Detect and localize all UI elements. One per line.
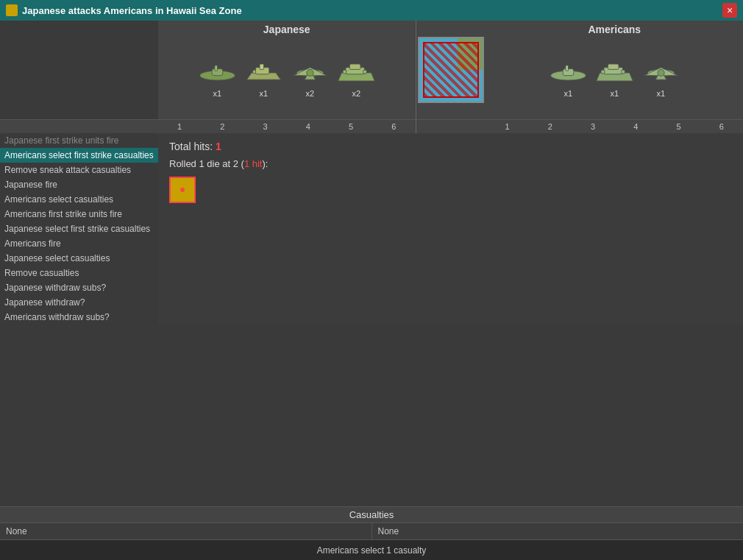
american-col-5: 5 [658,120,700,133]
svg-rect-23 [621,70,625,74]
map-sea [419,38,483,102]
step-japanese-first-strike[interactable]: Japanese first strike units fire [0,133,158,148]
american-unit-fighter: x1 [641,60,681,98]
americans-label: Americans [486,21,744,38]
step-americans-first-strike-fire[interactable]: Americans first strike units fire [0,207,158,221]
total-hits-value: 1 [216,141,221,152]
american-sub-count: x1 [564,89,572,98]
japanese-label: Japanese [158,21,416,38]
japanese-numbers: 1 2 3 4 5 6 [158,120,416,133]
japanese-col-4: 4 [287,120,330,133]
casualties-japanese: None [0,522,372,539]
step-remove-sneak-attack[interactable]: Remove sneak attack casualties [0,163,158,177]
japanese-col-5: 5 [330,120,372,133]
american-sub-icon [548,60,589,85]
title-bar-left: Japanese attacks Americans in Hawaii Sea… [6,4,242,16]
japanese-unit-destroyer: x1 [243,60,284,98]
step-remove-casualties[interactable]: Remove casualties [0,266,158,280]
japanese-fighter-icon [290,60,330,85]
japanese-col-3: 3 [244,120,287,133]
step-americans-fire[interactable]: Americans fire [0,236,158,251]
number-row: 1 2 3 4 5 6 1 2 3 4 5 6 [0,120,743,133]
japanese-unit-submarine: x1 [197,60,238,98]
americans-units-row: x1 x1 [486,38,744,119]
svg-rect-6 [253,70,256,74]
svg-rect-21 [608,64,619,69]
step-americans-select-casualties[interactable]: Americans select casualties [0,192,158,207]
svg-point-27 [658,69,664,76]
svg-rect-15 [363,70,366,74]
casualties-header: Casualties [0,506,743,522]
content-area: Japanese first strike units fire America… [0,133,743,325]
american-col-2: 2 [529,120,572,133]
roll-label: Rolled 1 die at 2 ( [169,158,244,169]
total-hits-label: Total hits: [169,141,213,152]
american-fighter-img [641,60,681,88]
casualties-section: Casualties None None [0,506,743,539]
sidebar-spacer [0,21,158,119]
american-fighter-count: x1 [656,89,665,98]
roll-info-line: Rolled 1 die at 2 (1 hit): [169,158,732,169]
american-battleship-img [594,60,635,88]
american-unit-submarine: x1 [548,60,589,98]
results-panel: Total hits: 1 Rolled 1 die at 2 (1 hit): [158,133,743,325]
casualties-americans: None [372,522,744,539]
casualties-row: None None [0,522,743,539]
step-japanese-select-first-strike[interactable]: Japanese select first strike casualties [0,221,158,236]
japanese-destroyer-img [243,60,284,88]
map-number-spacer [416,120,486,133]
american-col-1: 1 [486,120,529,133]
japanese-destroyer-icon [243,60,284,85]
step-japanese-withdraw[interactable]: Japanese withdraw? [0,295,158,310]
american-battleship-count: x1 [610,89,619,98]
american-unit-battleship: x1 [594,60,635,98]
step-japanese-withdraw-subs[interactable]: Japanese withdraw subs? [0,280,158,295]
die-dot [180,188,185,192]
americans-units-section: Americans x1 [486,21,744,119]
japanese-sub-count: x1 [213,89,221,98]
japanese-sub-icon [197,60,238,85]
step-americans-withdraw-subs[interactable]: Americans withdraw subs? [0,310,158,325]
japanese-battleship-count: x2 [352,89,360,98]
step-japanese-select-casualties[interactable]: Japanese select casualties [0,251,158,266]
units-row: Japanese x1 [0,21,743,120]
app-icon [6,4,18,16]
roll-suffix: ): [262,158,268,169]
svg-rect-14 [343,70,346,74]
title-bar: Japanese attacks Americans in Hawaii Sea… [0,0,743,21]
japanese-fighter-img [290,60,330,88]
japanese-sub-img [197,60,238,88]
japanese-col-2: 2 [201,120,243,133]
japanese-units-row: x1 x1 [158,38,416,119]
japanese-battleship-img [336,60,377,88]
status-bar: Americans select 1 casualty [0,539,743,560]
americans-numbers: 1 2 3 4 5 6 [486,120,744,133]
step-japanese-fire[interactable]: Japanese fire [0,177,158,192]
japanese-destroyer-count: x1 [259,89,268,98]
svg-rect-2 [215,65,218,71]
japanese-fighter-count: x2 [305,89,314,98]
japanese-battleship-icon [336,60,377,85]
roll-hit: 1 hit [244,158,263,169]
map-thumbnail [418,37,484,103]
step-americans-select-first-strike[interactable]: Americans select first strike casualties [0,148,158,163]
die-1 [169,177,196,203]
american-sub-img [548,60,589,88]
steps-panel: Japanese first strike units fire America… [0,133,158,325]
american-battleship-icon [594,60,635,85]
close-button[interactable]: × [722,3,737,18]
window-title: Japanese attacks Americans in Hawaii Sea… [22,5,242,16]
status-label: Americans select 1 casualty [317,545,427,556]
japanese-col-1: 1 [158,120,201,133]
american-col-3: 3 [572,120,614,133]
japanese-col-6: 6 [372,120,415,133]
svg-rect-18 [566,65,569,71]
svg-rect-22 [601,70,605,74]
japanese-units-section: Japanese x1 [158,21,416,119]
japanese-unit-battleship: x2 [336,60,377,98]
map-battle-overlay [423,42,479,98]
number-sidebar-spacer [0,120,158,133]
american-fighter-icon [641,60,681,85]
svg-rect-5 [260,64,264,69]
american-col-6: 6 [700,120,743,133]
